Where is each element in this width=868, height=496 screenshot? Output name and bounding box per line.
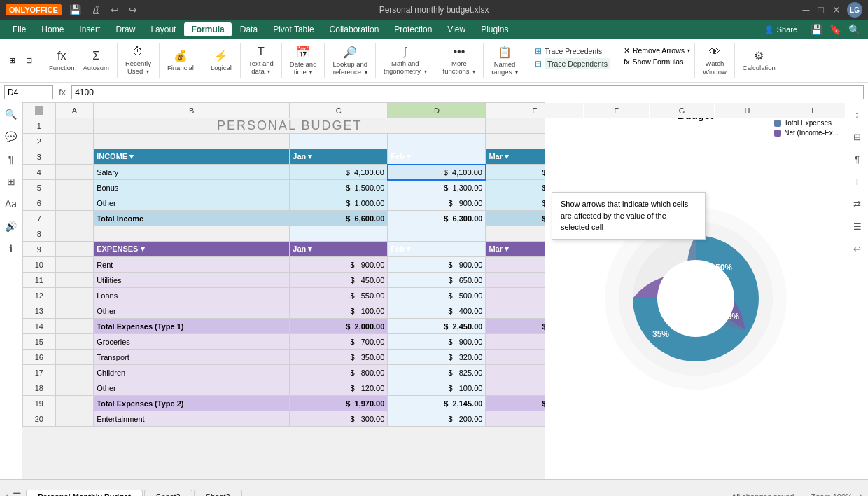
cell-a12[interactable] (55, 288, 93, 303)
text-data-button[interactable]: T Text anddata ▾ (245, 44, 277, 78)
math-button[interactable]: ∫ Math andtrigonometry ▾ (380, 44, 430, 78)
cell-a1[interactable] (55, 118, 93, 134)
cell-a20[interactable] (55, 411, 93, 427)
cell-d4[interactable]: $ 4,100.00 (388, 165, 486, 180)
cell-a18[interactable] (55, 380, 93, 396)
cell-a16[interactable] (55, 350, 93, 365)
menu-formula[interactable]: Formula (184, 22, 231, 36)
cell-c6[interactable]: $ 1,000.00 (290, 195, 388, 211)
right-icon-4[interactable]: T (848, 172, 867, 191)
col-header-g[interactable]: G (649, 103, 714, 118)
cell-a19[interactable] (55, 396, 93, 411)
cell-b1[interactable]: PERSONAL BUDGET (94, 118, 486, 134)
cell-d13[interactable]: $ 400.00 (388, 303, 486, 319)
info-icon[interactable]: ℹ (2, 240, 20, 258)
cell-c8[interactable] (290, 226, 388, 242)
lookup-button[interactable]: 🔎 Lookup andreference ▾ (329, 44, 371, 78)
cell-d6[interactable]: $ 900.00 (388, 195, 486, 211)
cell-d12[interactable]: $ 500.00 (388, 288, 486, 303)
col-header-e[interactable]: E (486, 103, 584, 118)
cell-d14[interactable]: $ 2,450.00 (388, 319, 486, 334)
menu-collab[interactable]: Collaboration (323, 22, 386, 36)
col-header-a[interactable]: A (55, 103, 93, 118)
save-cloud-icon[interactable]: 💾 (808, 24, 825, 35)
datetime-button[interactable]: 📅 Date andtime ▾ (286, 44, 321, 78)
watch-window-button[interactable]: 👁 WatchWindow (699, 44, 730, 78)
close-btn[interactable]: ✕ (830, 4, 843, 15)
cell-c5[interactable]: $ 1,500.00 (290, 180, 388, 195)
menu-plugins[interactable]: Plugins (474, 22, 515, 36)
abc-icon[interactable]: Aa (2, 195, 20, 213)
recently-used-button[interactable]: ⏱ RecentlyUsed ▾ (122, 44, 155, 78)
menu-draw[interactable]: Draw (108, 22, 142, 36)
cell-b11[interactable]: Utilities (94, 273, 290, 288)
menu-file[interactable]: File (6, 22, 33, 36)
menu-protection[interactable]: Protection (387, 22, 439, 36)
tab-sheet2[interactable]: Sheet2 (144, 490, 192, 496)
table-icon[interactable]: ⊞ (2, 172, 20, 191)
tab-personal-monthly[interactable]: Personal Monthly Budget (26, 490, 143, 497)
cell-d11[interactable]: $ 650.00 (388, 273, 486, 288)
cell-b3[interactable]: INCOME ▾ (94, 149, 290, 165)
cell-b2[interactable] (94, 134, 290, 149)
cell-d3[interactable]: Feb ▾ (388, 149, 486, 165)
cell-a6[interactable] (55, 195, 93, 211)
cell-b17[interactable]: Children (94, 365, 290, 380)
right-icon-5[interactable]: ⇄ (848, 195, 867, 213)
cell-d5[interactable]: $ 1,300.00 (388, 180, 486, 195)
cell-c10[interactable]: $ 900.00 (290, 257, 388, 273)
calculation-button[interactable]: ⚙ Calculation (739, 44, 779, 78)
paragraph-icon[interactable]: ¶ (2, 150, 20, 168)
cell-b12[interactable]: Loans (94, 288, 290, 303)
trace-dependents-button[interactable]: Trace Dependents (545, 58, 610, 69)
col-header-b[interactable]: B (94, 103, 290, 118)
show-formulas-button[interactable]: Show Formulas (632, 57, 683, 66)
cell-d17[interactable]: $ 825.00 (388, 365, 486, 380)
magnify-icon[interactable]: 🔍 (2, 105, 20, 123)
cell-c17[interactable]: $ 800.00 (290, 365, 388, 380)
cell-b6[interactable]: Other (94, 195, 290, 211)
col-header-h[interactable]: H (715, 103, 780, 118)
remove-arrows-dropdown[interactable]: ▾ (687, 48, 690, 54)
trace-precedents-button[interactable]: Trace Precedents (545, 47, 602, 55)
cell-d2[interactable] (388, 134, 486, 149)
cell-b16[interactable]: Transport (94, 350, 290, 365)
menu-pivot[interactable]: Pivot Table (266, 22, 321, 36)
share-button[interactable]: 👤 Share (756, 22, 806, 37)
named-ranges-button[interactable]: 📋 Namedranges ▾ (488, 44, 522, 78)
cell-b7[interactable]: Total Income (94, 211, 290, 226)
menu-insert[interactable]: Insert (72, 22, 107, 36)
cell-d19[interactable]: $ 2,145.00 (388, 396, 486, 411)
cell-c2[interactable] (290, 134, 388, 149)
col-header-i[interactable]: I (780, 103, 845, 118)
cell-b5[interactable]: Bonus (94, 180, 290, 195)
add-sheet-btn[interactable]: + (4, 491, 10, 497)
tab-sheet3[interactable]: Sheet3 (194, 490, 242, 496)
cell-b9[interactable]: EXPENSES ▾ (94, 242, 290, 257)
cell-d20[interactable]: $ 200.00 (388, 411, 486, 427)
formula-input[interactable]: 4100 (71, 85, 864, 99)
cell-c13[interactable]: $ 100.00 (290, 303, 388, 319)
cell-c15[interactable]: $ 700.00 (290, 334, 388, 350)
cell-b4[interactable]: Salary (94, 165, 290, 180)
cell-d16[interactable]: $ 320.00 (388, 350, 486, 365)
cell-c9[interactable]: Jan ▾ (290, 242, 388, 257)
cell-c18[interactable]: $ 120.00 (290, 380, 388, 396)
cell-a11[interactable] (55, 273, 93, 288)
autosum-button[interactable]: Σ Autosum (79, 44, 113, 78)
select-all-icon[interactable]: ⊞ (4, 53, 20, 69)
cell-c12[interactable]: $ 550.00 (290, 288, 388, 303)
cell-a8[interactable] (55, 226, 93, 242)
remove-arrows-button[interactable]: Remove Arrows (633, 46, 685, 55)
cell-d18[interactable]: $ 100.00 (388, 380, 486, 396)
logical-button[interactable]: ⚡ Logical (206, 44, 236, 78)
cell-a3[interactable] (55, 149, 93, 165)
zoom-minus-btn[interactable]: − (799, 491, 805, 497)
cell-b19[interactable]: Total Expenses (Type 2) (94, 396, 290, 411)
undo-btn[interactable]: ↩ (108, 4, 121, 15)
function-button[interactable]: fx Function (46, 44, 78, 78)
cell-a5[interactable] (55, 180, 93, 195)
col-header-d[interactable]: D (388, 103, 486, 118)
cell-d15[interactable]: $ 900.00 (388, 334, 486, 350)
chat-icon[interactable]: 💬 (2, 128, 20, 146)
